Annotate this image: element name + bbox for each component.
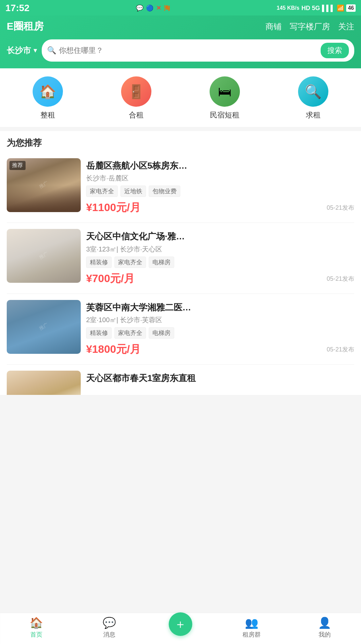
listing-date-2: 05-21发布 [327, 275, 354, 283]
listing-price-2: ¥700元/月 [86, 271, 135, 286]
status-time: 17:52 [5, 3, 30, 13]
listing-title-2: 天心区中信文化广场·雅… [86, 230, 354, 242]
listing-badge-1: 推荐 [9, 161, 26, 170]
category-whole-rent[interactable]: 🏠 整租 [33, 76, 63, 120]
nav-office[interactable]: 写字楼厂房 [290, 21, 330, 32]
tag-appliances-1: 家电齐全 [86, 185, 118, 197]
recommend-section: 为您推荐 推广 推荐 岳麓区燕航小区5栋房东… 长沙市·岳麓区 家电齐全 近地铁… [0, 131, 361, 395]
listing-info-1: 岳麓区燕航小区5栋房东… 长沙市·岳麓区 家电齐全 近地铁 包物业费 ¥1100… [86, 158, 354, 216]
status-right: 145 KB/s HD 5G ▌▌▌ 📶 46 [277, 4, 356, 12]
listing-location-2: 3室·123㎡| 长沙市·天心区 [86, 245, 354, 254]
listing-tags-3: 精装修 家电齐全 电梯房 [86, 327, 354, 339]
nav-follow[interactable]: 关注 [338, 21, 354, 32]
short-rent-label: 民宿短租 [210, 110, 240, 120]
listing-image-2: 推广 [7, 229, 81, 283]
tag-decoration-2: 精装修 [86, 257, 112, 268]
shared-rent-label: 合租 [129, 110, 144, 120]
listing-price-1: ¥1100元/月 [86, 200, 141, 215]
watermark-1: 推广 [38, 180, 49, 190]
app-name-text: E圈租房 [7, 20, 44, 33]
signal-bars: ▌▌▌ [322, 5, 335, 12]
seek-rent-label: 求租 [306, 110, 321, 120]
alipay-icon: 🔵 [146, 4, 153, 12]
listing-title-1: 岳麓区燕航小区5栋房东… [86, 160, 354, 172]
watermark-2: 推广 [38, 251, 49, 261]
network-type: HD 5G [301, 5, 320, 12]
listing-location-1: 长沙市·岳麓区 [86, 174, 354, 183]
tag-subway-1: 近地铁 [120, 185, 146, 197]
category-short-rent[interactable]: 🛏 民宿短租 [210, 76, 240, 120]
listing-location-3: 2室·100㎡| 长沙市·芙蓉区 [86, 315, 354, 325]
mail-icon: ✕ [156, 4, 161, 12]
city-selector[interactable]: 长沙市 ▼ [7, 45, 38, 56]
city-name: 长沙市 [7, 45, 31, 56]
tag-elevator-2: 电梯房 [149, 257, 174, 268]
battery-indicator: 46 [346, 4, 356, 12]
short-rent-icon: 🛏 [210, 76, 240, 107]
listing-price-3: ¥1800元/月 [86, 342, 141, 357]
city-dropdown-arrow: ▼ [32, 47, 38, 54]
network-speed: 145 KB/s [277, 5, 299, 11]
listing-image-3: 推广 [7, 300, 81, 354]
listing-info-2: 天心区中信文化广场·雅… 3室·123㎡| 长沙市·天心区 精装修 家电齐全 电… [86, 229, 354, 287]
nav-store[interactable]: 商铺 [265, 21, 282, 32]
listing-tags-2: 精装修 家电齐全 电梯房 [86, 257, 354, 268]
search-bar: 长沙市 ▼ 🔍 搜索 [7, 39, 354, 62]
listing-price-row-1: ¥1100元/月 05-21发布 [86, 200, 354, 215]
category-seek-rent[interactable]: 🔍 求租 [298, 76, 328, 120]
seek-rent-icon: 🔍 [298, 76, 328, 107]
listing-card-2[interactable]: 推广 天心区中信文化广场·雅… 3室·123㎡| 长沙市·天心区 精装修 家电齐… [7, 223, 354, 294]
search-button[interactable]: 搜索 [321, 43, 349, 58]
header-top: E圈租房 商铺 写字楼厂房 关注 [7, 20, 354, 33]
taobao-icon: 淘 [164, 4, 170, 12]
search-magnifier-icon: 🔍 [47, 46, 56, 55]
tag-appliances-3: 家电齐全 [114, 327, 146, 339]
listing-price-row-2: ¥700元/月 05-21发布 [86, 271, 354, 286]
listing-image-1: 推广 推荐 [7, 158, 81, 212]
listing-card-3[interactable]: 推广 芙蓉区中南大学湘雅二医… 2室·100㎡| 长沙市·芙蓉区 精装修 家电齐… [7, 294, 354, 365]
recommend-title: 为您推荐 [7, 131, 354, 152]
listing-tags-1: 家电齐全 近地铁 包物业费 [86, 185, 354, 197]
status-bar: 17:52 💬 🔵 ✕ 淘 145 KB/s HD 5G ▌▌▌ 📶 46 [0, 0, 361, 15]
whole-rent-icon: 🏠 [33, 76, 63, 107]
categories: 🏠 整租 🚪 合租 🛏 民宿短租 🔍 求租 [0, 68, 361, 127]
header-nav: 商铺 写字楼厂房 关注 [265, 21, 354, 32]
listing-date-1: 05-21发布 [327, 204, 354, 212]
search-input-wrap: 🔍 搜索 [42, 39, 354, 62]
whole-rent-label: 整租 [40, 110, 55, 120]
listing-info-4: 天心区都市春天1室房东直租 [86, 371, 354, 389]
tag-decoration-3: 精装修 [86, 327, 112, 339]
tag-elevator-3: 电梯房 [149, 327, 174, 339]
app-logo: E圈租房 [7, 20, 44, 33]
tag-appliances-2: 家电齐全 [114, 257, 146, 268]
listing-price-row-3: ¥1800元/月 05-21发布 [86, 342, 354, 357]
wifi-icon: 📶 [337, 4, 344, 12]
listing-card-4[interactable]: 天心区都市春天1室房东直租 [7, 365, 354, 395]
listing-card-1[interactable]: 推广 推荐 岳麓区燕航小区5栋房东… 长沙市·岳麓区 家电齐全 近地铁 包物业费… [7, 152, 354, 223]
watermark-3: 推广 [38, 322, 49, 332]
listing-date-3: 05-21发布 [327, 345, 354, 353]
category-shared-rent[interactable]: 🚪 合租 [121, 76, 151, 120]
listing-image-4 [7, 371, 81, 395]
search-input[interactable] [59, 46, 318, 55]
status-app-icons: 💬 🔵 ✕ 淘 [136, 4, 170, 12]
shared-rent-icon: 🚪 [121, 76, 151, 107]
listing-title-4: 天心区都市春天1室房东直租 [86, 372, 354, 384]
listing-title-3: 芙蓉区中南大学湘雅二医… [86, 301, 354, 313]
tag-property-1: 包物业费 [149, 185, 180, 197]
listing-info-3: 芙蓉区中南大学湘雅二医… 2室·100㎡| 长沙市·芙蓉区 精装修 家电齐全 电… [86, 300, 354, 358]
chat-icon: 💬 [136, 4, 143, 12]
header: E圈租房 商铺 写字楼厂房 关注 长沙市 ▼ 🔍 搜索 [0, 15, 361, 68]
